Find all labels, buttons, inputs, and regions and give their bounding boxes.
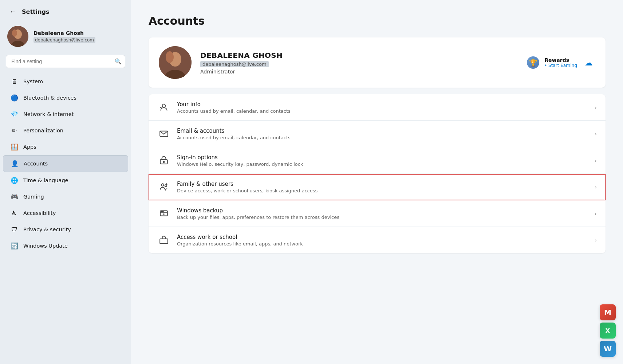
- work-icon: [157, 233, 170, 247]
- personalization-icon: ✏️: [10, 127, 18, 135]
- svg-rect-21: [160, 239, 168, 244]
- sidebar-item-time[interactable]: 🌐 Time & language: [3, 172, 128, 188]
- access-work-desc: Organization resources like email, apps,…: [177, 241, 303, 247]
- svg-point-19: [162, 211, 162, 212]
- row-windows-backup[interactable]: Windows backup Back up your files, apps,…: [149, 200, 606, 227]
- profile-avatar: [159, 46, 192, 79]
- sidebar-label-personalization: Personalization: [23, 128, 63, 133]
- your-info-title: Your info: [177, 101, 291, 108]
- backup-icon: [157, 207, 170, 220]
- row-access-work[interactable]: Access work or school Organization resou…: [149, 227, 606, 253]
- apps-icon: 🪟: [10, 143, 18, 151]
- row-email-accounts[interactable]: Email & accounts Accounts used by email,…: [149, 121, 606, 147]
- email-accounts-desc: Accounts used by email, calendar, and co…: [177, 135, 291, 140]
- profile-card-right: 🏆 Rewards • Start Earning ☁: [527, 56, 595, 69]
- access-work-text: Access work or school Organization resou…: [177, 234, 303, 247]
- sidebar-item-gaming[interactable]: 🎮 Gaming: [3, 189, 128, 205]
- svg-point-3: [12, 29, 17, 37]
- sidebar-item-apps[interactable]: 🪟 Apps: [3, 139, 128, 155]
- sidebar-nav: 🖥 System 🔵 Bluetooth & devices 💎 Network…: [0, 73, 131, 254]
- family-desc: Device access, work or school users, kio…: [177, 188, 318, 193]
- sidebar-item-network[interactable]: 💎 Network & internet: [3, 106, 128, 122]
- svg-point-12: [163, 161, 164, 163]
- chevron-right-icon: ›: [595, 184, 597, 191]
- your-info-text: Your info Accounts used by email, calend…: [177, 101, 291, 114]
- sign-in-title: Sign-in options: [177, 154, 303, 161]
- system-icon: 🖥: [10, 77, 18, 85]
- backup-desc: Back up your files, apps, preferences to…: [177, 215, 339, 220]
- settings-list: Your info Accounts used by email, calend…: [149, 94, 606, 253]
- update-icon: 🔄: [10, 242, 18, 250]
- sidebar-item-personalization[interactable]: ✏️ Personalization: [3, 123, 128, 139]
- backup-title: Windows backup: [177, 207, 339, 214]
- profile-card: DEBALEENA GHOSH debaleenaghosh@live.com …: [149, 37, 606, 88]
- sidebar-label-privacy: Privacy & security: [23, 227, 71, 232]
- user-profile-section: Debaleena Ghosh debaleenaghosh@live.com: [0, 21, 131, 53]
- network-icon: 💎: [10, 110, 18, 118]
- privacy-icon: 🛡: [10, 225, 18, 233]
- search-input[interactable]: [6, 55, 125, 68]
- gaming-icon: 🎮: [10, 193, 18, 201]
- search-icon[interactable]: 🔍: [115, 58, 122, 65]
- sign-in-desc: Windows Hello, security key, password, d…: [177, 161, 303, 167]
- svg-point-20: [163, 211, 163, 212]
- sidebar-item-bluetooth[interactable]: 🔵 Bluetooth & devices: [3, 90, 128, 106]
- profile-name: DEBALEENA GHOSH: [200, 51, 283, 60]
- sidebar-label-update: Windows Update: [23, 243, 68, 249]
- search-box: 🔍: [6, 55, 125, 68]
- onedrive-icon: ☁: [582, 56, 595, 69]
- sidebar-label-accessibility: Accessibility: [23, 210, 56, 216]
- chevron-right-icon: ›: [595, 157, 597, 164]
- email-icon: [157, 127, 170, 140]
- your-info-icon: [157, 101, 170, 114]
- row-your-info[interactable]: Your info Accounts used by email, calend…: [149, 94, 606, 121]
- family-title: Family & other users: [177, 181, 318, 187]
- windows-backup-text: Windows backup Back up your files, apps,…: [177, 207, 339, 220]
- app-icon-excel[interactable]: X: [600, 323, 616, 339]
- rewards-icon: 🏆: [527, 56, 539, 69]
- sidebar-header: ← Settings: [0, 0, 131, 21]
- sidebar-label-accounts: Accounts: [24, 161, 48, 167]
- sidebar-item-accounts[interactable]: 👤 Accounts: [3, 155, 128, 172]
- profile-card-info: DEBALEENA GHOSH debaleenaghosh@live.com …: [200, 51, 283, 75]
- sidebar-label-apps: Apps: [23, 144, 36, 150]
- sidebar-label-gaming: Gaming: [23, 194, 44, 200]
- row-sign-in-options[interactable]: Sign-in options Windows Hello, security …: [149, 147, 606, 174]
- app-icon-word[interactable]: W: [600, 341, 616, 357]
- svg-point-13: [162, 184, 164, 186]
- accounts-icon: 👤: [11, 160, 19, 168]
- chevron-right-icon: ›: [595, 237, 597, 244]
- family-text: Family & other users Device access, work…: [177, 181, 318, 193]
- email-accounts-title: Email & accounts: [177, 128, 291, 134]
- sidebar-label-network: Network & internet: [23, 111, 74, 117]
- row-family-users[interactable]: Family & other users Device access, work…: [149, 174, 606, 200]
- sidebar-item-system[interactable]: 🖥 System: [3, 73, 128, 89]
- page-title: Accounts: [149, 15, 606, 27]
- user-name: Debaleena Ghosh: [33, 30, 95, 36]
- svg-point-14: [165, 185, 167, 187]
- app-title: Settings: [22, 8, 50, 15]
- time-icon: 🌐: [10, 176, 18, 184]
- your-info-desc: Accounts used by email, calendar, and co…: [177, 108, 291, 114]
- back-button[interactable]: ←: [7, 7, 18, 17]
- sidebar-label-bluetooth: Bluetooth & devices: [23, 95, 76, 101]
- family-icon: [157, 180, 170, 193]
- email-accounts-text: Email & accounts Accounts used by email,…: [177, 128, 291, 140]
- sidebar-item-accessibility[interactable]: ♿ Accessibility: [3, 205, 128, 221]
- user-info: Debaleena Ghosh debaleenaghosh@live.com: [33, 30, 95, 43]
- sign-in-text: Sign-in options Windows Hello, security …: [177, 154, 303, 167]
- chevron-right-icon: ›: [595, 131, 597, 137]
- bluetooth-icon: 🔵: [10, 94, 18, 102]
- profile-role: Administrator: [200, 69, 283, 75]
- main-content: Accounts DEBALEENA GHOSH debaleenaghosh@…: [131, 0, 623, 364]
- sign-in-icon: [157, 154, 170, 167]
- sidebar-item-privacy[interactable]: 🛡 Privacy & security: [3, 221, 128, 237]
- sidebar-label-system: System: [23, 79, 43, 84]
- chevron-right-icon: ›: [595, 210, 597, 217]
- sidebar-item-update[interactable]: 🔄 Windows Update: [3, 238, 128, 254]
- profile-email: debaleenaghosh@live.com: [200, 61, 269, 67]
- sidebar-label-time: Time & language: [23, 177, 68, 183]
- svg-point-8: [162, 104, 166, 107]
- user-email: debaleenaghosh@live.com: [33, 37, 95, 43]
- app-icon-m[interactable]: M: [600, 304, 616, 320]
